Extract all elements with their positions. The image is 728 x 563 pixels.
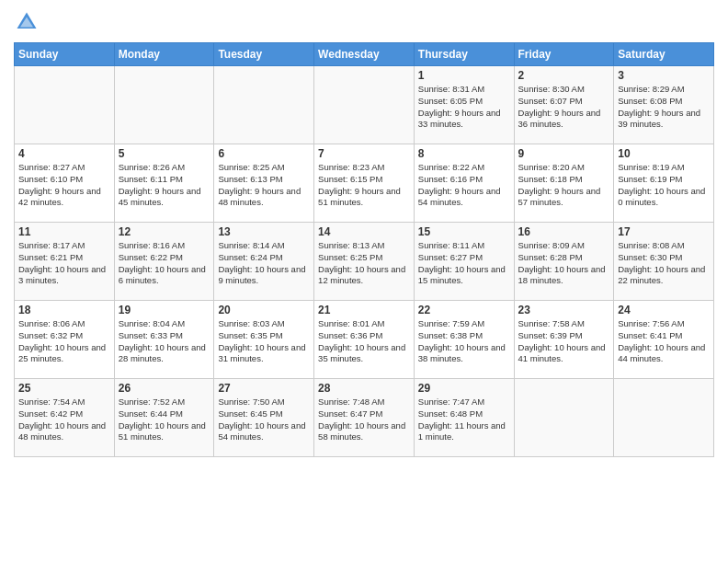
day-info: Sunrise: 8:04 AM Sunset: 6:33 PM Dayligh… [119, 318, 210, 365]
day-number: 22 [418, 304, 510, 316]
day-cell [214, 66, 314, 144]
day-info: Sunrise: 7:59 AM Sunset: 6:38 PM Dayligh… [418, 318, 510, 365]
day-cell: 14Sunrise: 8:13 AM Sunset: 6:25 PM Dayli… [314, 223, 415, 301]
day-number: 26 [119, 382, 210, 395]
day-cell: 13Sunrise: 8:14 AM Sunset: 6:24 PM Dayli… [214, 223, 314, 301]
day-cell: 19Sunrise: 8:04 AM Sunset: 6:33 PM Dayli… [114, 301, 214, 379]
day-info: Sunrise: 8:06 AM Sunset: 6:32 PM Dayligh… [18, 318, 110, 365]
weekday-header-wednesday: Wednesday [314, 43, 415, 66]
day-cell: 12Sunrise: 8:16 AM Sunset: 6:22 PM Dayli… [114, 223, 214, 301]
day-info: Sunrise: 8:14 AM Sunset: 6:24 PM Dayligh… [218, 240, 310, 287]
day-info: Sunrise: 8:31 AM Sunset: 6:05 PM Dayligh… [418, 84, 510, 131]
day-number: 17 [618, 225, 710, 238]
day-number: 11 [18, 225, 110, 238]
day-info: Sunrise: 8:30 AM Sunset: 6:07 PM Dayligh… [518, 84, 610, 131]
day-number: 14 [318, 225, 410, 238]
week-row-3: 11Sunrise: 8:17 AM Sunset: 6:21 PM Dayli… [15, 223, 714, 301]
day-number: 24 [618, 304, 710, 316]
day-cell: 5Sunrise: 8:26 AM Sunset: 6:11 PM Daylig… [114, 144, 214, 223]
day-cell: 22Sunrise: 7:59 AM Sunset: 6:38 PM Dayli… [414, 301, 514, 379]
day-number: 19 [119, 304, 210, 316]
day-info: Sunrise: 8:03 AM Sunset: 6:35 PM Dayligh… [218, 318, 310, 365]
calendar-page: SundayMondayTuesdayWednesdayThursdayFrid… [0, 0, 728, 563]
day-number: 16 [518, 225, 610, 238]
day-number: 3 [618, 69, 710, 82]
weekday-header-saturday: Saturday [614, 43, 714, 66]
day-cell [114, 66, 214, 144]
logo [14, 9, 43, 35]
day-number: 4 [18, 147, 110, 160]
day-info: Sunrise: 8:23 AM Sunset: 6:15 PM Dayligh… [318, 162, 410, 209]
day-number: 9 [518, 147, 610, 160]
day-cell: 16Sunrise: 8:09 AM Sunset: 6:28 PM Dayli… [514, 223, 614, 301]
day-number: 28 [318, 382, 410, 395]
weekday-header-friday: Friday [514, 43, 614, 66]
day-info: Sunrise: 8:19 AM Sunset: 6:19 PM Dayligh… [618, 162, 710, 209]
day-cell: 10Sunrise: 8:19 AM Sunset: 6:19 PM Dayli… [614, 144, 714, 223]
day-cell: 27Sunrise: 7:50 AM Sunset: 6:45 PM Dayli… [214, 379, 314, 457]
header [14, 9, 714, 35]
weekday-header-sunday: Sunday [15, 43, 115, 66]
day-cell: 7Sunrise: 8:23 AM Sunset: 6:15 PM Daylig… [314, 144, 415, 223]
day-number: 21 [318, 304, 410, 316]
day-number: 1 [418, 69, 510, 82]
day-cell [15, 66, 115, 144]
day-number: 7 [318, 147, 410, 160]
day-cell [314, 66, 415, 144]
day-info: Sunrise: 8:22 AM Sunset: 6:16 PM Dayligh… [418, 162, 510, 209]
day-info: Sunrise: 8:25 AM Sunset: 6:13 PM Dayligh… [218, 162, 310, 209]
day-info: Sunrise: 8:09 AM Sunset: 6:28 PM Dayligh… [518, 240, 610, 287]
day-cell: 3Sunrise: 8:29 AM Sunset: 6:08 PM Daylig… [614, 66, 714, 144]
day-info: Sunrise: 8:13 AM Sunset: 6:25 PM Dayligh… [318, 240, 410, 287]
day-info: Sunrise: 7:56 AM Sunset: 6:41 PM Dayligh… [618, 318, 710, 365]
day-cell [614, 379, 714, 457]
day-number: 27 [218, 382, 310, 395]
day-cell: 15Sunrise: 8:11 AM Sunset: 6:27 PM Dayli… [414, 223, 514, 301]
weekday-header-row: SundayMondayTuesdayWednesdayThursdayFrid… [15, 43, 714, 66]
day-info: Sunrise: 7:47 AM Sunset: 6:48 PM Dayligh… [418, 396, 510, 443]
day-info: Sunrise: 8:01 AM Sunset: 6:36 PM Dayligh… [318, 318, 410, 365]
day-info: Sunrise: 8:29 AM Sunset: 6:08 PM Dayligh… [618, 84, 710, 131]
day-info: Sunrise: 8:08 AM Sunset: 6:30 PM Dayligh… [618, 240, 710, 287]
day-info: Sunrise: 7:54 AM Sunset: 6:42 PM Dayligh… [18, 396, 110, 443]
week-row-2: 4Sunrise: 8:27 AM Sunset: 6:10 PM Daylig… [15, 144, 714, 223]
day-number: 2 [518, 69, 610, 82]
day-number: 20 [218, 304, 310, 316]
day-cell: 21Sunrise: 8:01 AM Sunset: 6:36 PM Dayli… [314, 301, 415, 379]
week-row-4: 18Sunrise: 8:06 AM Sunset: 6:32 PM Dayli… [15, 301, 714, 379]
day-number: 25 [18, 382, 110, 395]
day-number: 29 [418, 382, 510, 395]
day-number: 12 [119, 225, 210, 238]
day-number: 6 [218, 147, 310, 160]
day-info: Sunrise: 8:26 AM Sunset: 6:11 PM Dayligh… [119, 162, 210, 209]
day-info: Sunrise: 7:48 AM Sunset: 6:47 PM Dayligh… [318, 396, 410, 443]
day-cell: 1Sunrise: 8:31 AM Sunset: 6:05 PM Daylig… [414, 66, 514, 144]
day-info: Sunrise: 8:20 AM Sunset: 6:18 PM Dayligh… [518, 162, 610, 209]
day-cell: 26Sunrise: 7:52 AM Sunset: 6:44 PM Dayli… [114, 379, 214, 457]
week-row-1: 1Sunrise: 8:31 AM Sunset: 6:05 PM Daylig… [15, 66, 714, 144]
day-cell [514, 379, 614, 457]
day-number: 10 [618, 147, 710, 160]
day-cell: 25Sunrise: 7:54 AM Sunset: 6:42 PM Dayli… [15, 379, 115, 457]
day-number: 5 [119, 147, 210, 160]
day-cell: 18Sunrise: 8:06 AM Sunset: 6:32 PM Dayli… [15, 301, 115, 379]
day-number: 13 [218, 225, 310, 238]
day-number: 15 [418, 225, 510, 238]
day-cell: 6Sunrise: 8:25 AM Sunset: 6:13 PM Daylig… [214, 144, 314, 223]
day-cell: 24Sunrise: 7:56 AM Sunset: 6:41 PM Dayli… [614, 301, 714, 379]
day-cell: 11Sunrise: 8:17 AM Sunset: 6:21 PM Dayli… [15, 223, 115, 301]
day-cell: 28Sunrise: 7:48 AM Sunset: 6:47 PM Dayli… [314, 379, 415, 457]
day-number: 8 [418, 147, 510, 160]
day-cell: 2Sunrise: 8:30 AM Sunset: 6:07 PM Daylig… [514, 66, 614, 144]
day-info: Sunrise: 8:27 AM Sunset: 6:10 PM Dayligh… [18, 162, 110, 209]
weekday-header-thursday: Thursday [414, 43, 514, 66]
day-info: Sunrise: 8:16 AM Sunset: 6:22 PM Dayligh… [119, 240, 210, 287]
day-info: Sunrise: 7:58 AM Sunset: 6:39 PM Dayligh… [518, 318, 610, 365]
day-cell: 4Sunrise: 8:27 AM Sunset: 6:10 PM Daylig… [15, 144, 115, 223]
day-cell: 23Sunrise: 7:58 AM Sunset: 6:39 PM Dayli… [514, 301, 614, 379]
day-cell: 8Sunrise: 8:22 AM Sunset: 6:16 PM Daylig… [414, 144, 514, 223]
weekday-header-tuesday: Tuesday [214, 43, 314, 66]
weekday-header-monday: Monday [114, 43, 214, 66]
day-number: 23 [518, 304, 610, 316]
day-info: Sunrise: 8:17 AM Sunset: 6:21 PM Dayligh… [18, 240, 110, 287]
